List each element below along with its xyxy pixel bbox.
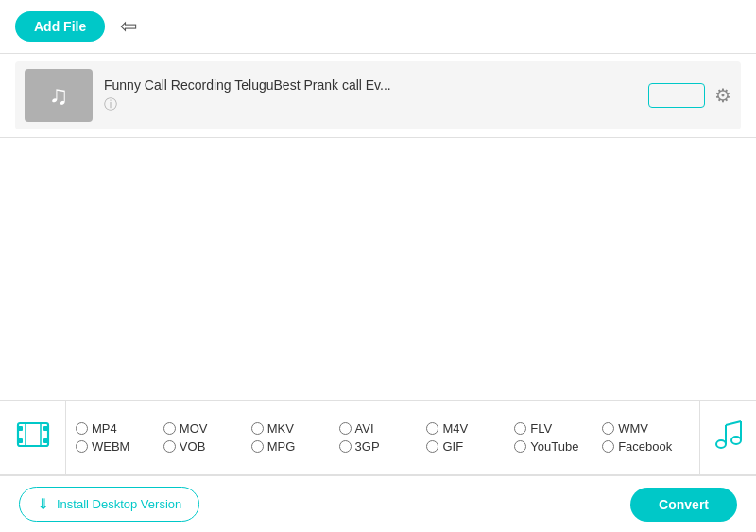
format-m4v[interactable]: M4V: [426, 421, 514, 436]
add-file-button[interactable]: Add File: [15, 11, 105, 42]
format-gif[interactable]: GIF: [426, 439, 514, 454]
format-mkv[interactable]: MKV: [251, 421, 339, 436]
video-format-tab[interactable]: [0, 400, 66, 475]
format-vob[interactable]: VOB: [163, 439, 251, 454]
format-webm[interactable]: WEBM: [76, 439, 163, 454]
install-desktop-button[interactable]: ⇓ Install Desktop Version: [19, 487, 199, 522]
svg-point-7: [716, 440, 726, 448]
film-icon: [16, 418, 50, 458]
info-icon[interactable]: ⓘ: [104, 96, 637, 113]
file-list: ♫ Funny Call Recording TeluguBest Prank …: [0, 54, 756, 138]
audio-note-icon: [713, 420, 744, 456]
file-name: Funny Call Recording TeluguBest Prank ca…: [104, 77, 637, 93]
svg-rect-2: [18, 438, 23, 443]
format-avi[interactable]: AVI: [339, 421, 427, 436]
convert-button[interactable]: Convert: [630, 488, 737, 522]
format-wmv[interactable]: WMV: [602, 421, 690, 436]
progress-box: [648, 83, 705, 108]
svg-line-11: [726, 421, 741, 425]
file-item: ♫ Funny Call Recording TeluguBest Prank …: [15, 61, 741, 129]
format-mov[interactable]: MOV: [163, 421, 251, 436]
download-icon: ⇓: [37, 495, 49, 513]
format-flv[interactable]: FLV: [514, 421, 602, 436]
settings-button[interactable]: ⚙: [714, 84, 731, 107]
svg-rect-3: [43, 426, 48, 431]
format-bar: MP4 MOV MKV AVI M4V FLV WMV WEBM VOB MPG: [0, 400, 756, 475]
format-options: MP4 MOV MKV AVI M4V FLV WMV WEBM VOB MPG: [66, 416, 699, 459]
format-3gp[interactable]: 3GP: [339, 439, 427, 454]
format-mp4[interactable]: MP4: [76, 421, 163, 436]
audio-format-tab[interactable]: [699, 400, 756, 475]
format-facebook[interactable]: Facebook: [602, 439, 690, 454]
svg-rect-4: [43, 438, 48, 443]
arrow-icon: ⇦: [120, 14, 137, 39]
file-info: Funny Call Recording TeluguBest Prank ca…: [104, 77, 637, 113]
svg-rect-1: [18, 426, 23, 431]
top-bar: Add File ⇦: [0, 0, 756, 54]
main-content-area: [0, 138, 756, 415]
svg-point-8: [731, 437, 741, 444]
file-thumbnail: ♫: [25, 69, 93, 122]
format-mpg[interactable]: MPG: [251, 439, 339, 454]
bottom-bar: ⇓ Install Desktop Version Convert: [0, 475, 756, 532]
format-youtube[interactable]: YouTube: [514, 439, 602, 454]
install-label: Install Desktop Version: [57, 497, 181, 511]
music-note-icon: ♫: [49, 80, 69, 111]
file-actions: ⚙: [648, 83, 731, 108]
